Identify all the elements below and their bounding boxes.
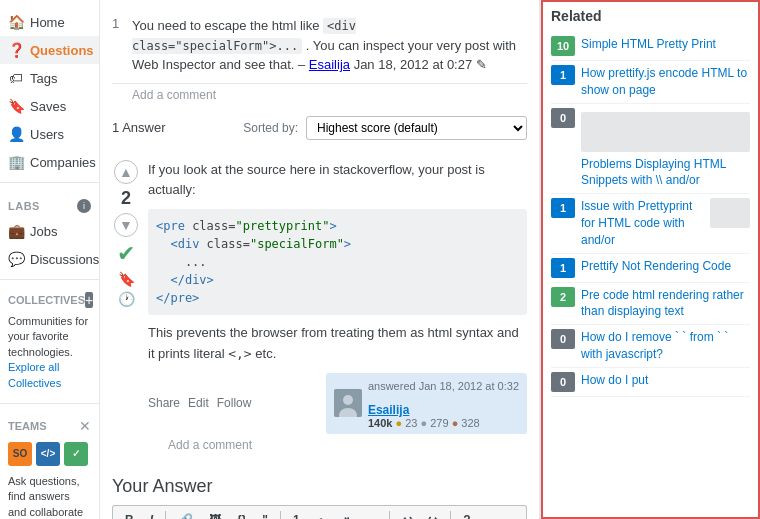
related-thumb-2 [581,112,750,152]
bold-button[interactable]: B [119,510,140,519]
sidebar-discussions-label: Discussions [30,252,99,267]
related-link-1[interactable]: How prettify.js encode HTML to show on p… [581,65,750,99]
collectives-add-button[interactable]: + [85,292,93,308]
history-icon[interactable]: 🕐 [118,291,135,307]
vote-column: ▲ 2 ▼ ✔ 🔖 🕐 [112,160,140,457]
sidebar-item-questions[interactable]: ❓ Questions [0,36,99,64]
svg-point-1 [343,395,353,405]
question-author-link[interactable]: Esailija [309,57,350,72]
hr-button[interactable]: — [359,510,383,519]
sidebar-item-discussions[interactable]: 💬 Discussions [0,245,99,273]
sort-label: Sorted by: [243,121,298,135]
companies-icon: 🏢 [8,154,24,170]
your-answer-section: Your Answer B I 🔗 🖼 {} " 1. • ⇥ — ↩ ↪ ? … [112,466,527,519]
italic-button[interactable]: I [144,510,159,519]
answer-block: ▲ 2 ▼ ✔ 🔖 🕐 If you look at the source he… [112,150,527,467]
vote-up-button[interactable]: ▲ [114,160,138,184]
help-button[interactable]: ? [457,510,476,519]
related-link-4[interactable]: Prettify Not Rendering Code [581,258,731,275]
related-link-3[interactable]: Issue with Prettyprint for HTML code wit… [581,198,704,248]
sidebar-item-jobs[interactable]: 💼 Jobs [0,217,99,245]
sidebar-item-home[interactable]: 🏠 Home [0,8,99,36]
user-info: answered Jan 18, 2012 at 0:32 Esailija 1… [368,378,519,430]
vote-down-button[interactable]: ▼ [114,213,138,237]
edit-link[interactable]: Edit [188,396,209,410]
related-score-0: 10 [551,36,575,56]
teams-row: TEAMS ✕ [0,410,99,438]
sort-row: Sorted by: Highest score (default) Trend… [243,116,527,140]
jobs-icon: 💼 [8,223,24,239]
related-link-0[interactable]: Simple HTML Pretty Print [581,36,716,53]
ol-button[interactable]: 1. [287,510,309,519]
main-content: 1 You need to escape the html like <div … [100,0,540,519]
related-score-5: 2 [551,287,575,307]
collectives-label: COLLECTIVES [8,294,85,306]
user-name[interactable]: Esailija [368,403,519,417]
redo-button[interactable]: ↪ [422,510,444,519]
answer-actions: Share Edit Follow [148,396,251,410]
answered-date: answered Jan 18, 2012 at 0:32 [368,378,519,396]
labs-info-icon[interactable]: i [77,199,91,213]
questions-icon: ❓ [8,42,24,58]
related-link-7[interactable]: How do I put [581,372,648,389]
sidebar-jobs-label: Jobs [30,224,57,239]
related-item-3: 1 Issue with Prettyprint for HTML code w… [551,194,750,253]
code-button[interactable]: {} [231,510,252,519]
answer-text1: If you look at the source here in stacko… [148,160,527,202]
undo-button[interactable]: ↩ [396,510,418,519]
team-icon-3: ✓ [64,442,88,466]
accepted-checkmark: ✔ [117,241,135,267]
question-add-comment[interactable]: Add a comment [132,84,527,106]
share-link[interactable]: Share [148,396,180,410]
related-score-4: 1 [551,258,575,278]
related-title: Related [551,8,750,24]
related-item-2: 0 Problems Displaying HTML Snippets with… [551,104,750,195]
collectives-row: COLLECTIVES + [0,286,99,314]
team-icon-1: SO [8,442,32,466]
related-item-5: 2 Pre code html rendering rather than di… [551,283,750,326]
discussions-icon: 💬 [8,251,24,267]
answer-code-block: <pre class="prettyprint"> <div class="sp… [148,209,527,315]
related-score-6: 0 [551,329,575,349]
answer-user-card: answered Jan 18, 2012 at 0:32 Esailija 1… [326,373,527,435]
related-score-7: 0 [551,372,575,392]
divider-3 [0,403,99,404]
sort-select[interactable]: Highest score (default) Trending (recent… [306,116,527,140]
sidebar-item-tags[interactable]: 🏷 Tags [0,64,99,92]
users-icon: 👤 [8,126,24,142]
quote-button[interactable]: " [256,510,274,519]
question-number: 1 [112,16,124,75]
divider-1 [0,182,99,183]
link-button[interactable]: 🔗 [172,510,199,519]
toolbar-sep-1 [165,511,166,519]
question-edit-icon[interactable]: ✎ [476,57,487,72]
sidebar-item-companies[interactable]: 🏢 Companies [0,148,99,176]
sidebar-tags-label: Tags [30,71,57,86]
teams-close-button[interactable]: ✕ [79,418,91,434]
related-item-4: 1 Prettify Not Rendering Code [551,254,750,283]
sidebar-home-label: Home [30,15,65,30]
related-link-2[interactable]: Problems Displaying HTML Snippets with \… [581,157,726,188]
related-thumb-3 [710,198,750,228]
sidebar-companies-label: Companies [30,155,96,170]
sidebar-item-users[interactable]: 👤 Users [0,120,99,148]
toolbar-sep-3 [389,511,390,519]
ul-button[interactable]: • [313,510,329,519]
related-link-6[interactable]: How do I remove ` ` from ` ` with javasc… [581,329,750,363]
teams-label: TEAMS [8,420,47,432]
answer-add-comment[interactable]: Add a comment [168,434,527,456]
editor-toolbar: B I 🔗 🖼 {} " 1. • ⇥ — ↩ ↪ ? [112,505,527,519]
follow-link[interactable]: Follow [217,396,252,410]
related-item-0: 10 Simple HTML Pretty Print [551,32,750,61]
toolbar-sep-2 [280,511,281,519]
team-icon-2: </> [36,442,60,466]
image-button[interactable]: 🖼 [203,510,227,519]
indent-button[interactable]: ⇥ [333,510,355,519]
bookmark-icon[interactable]: 🔖 [118,271,135,287]
sidebar-item-saves[interactable]: 🔖 Saves [0,92,99,120]
toolbar-sep-4 [450,511,451,519]
related-score-3: 1 [551,198,575,218]
related-link-5[interactable]: Pre code html rendering rather than disp… [581,287,750,321]
collectives-explore-link[interactable]: Explore all Collectives [8,361,61,388]
related-score-1: 1 [551,65,575,85]
